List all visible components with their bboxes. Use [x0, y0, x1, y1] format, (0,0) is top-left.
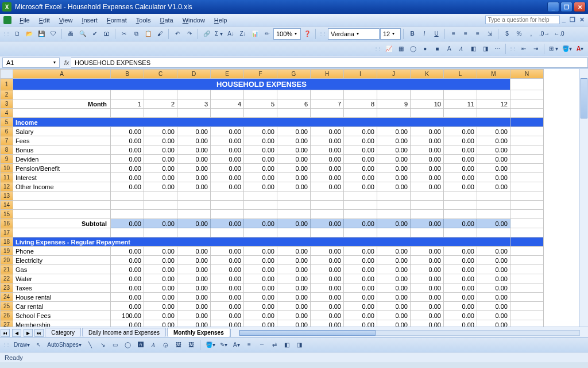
cell[interactable]: [510, 293, 544, 302]
cell[interactable]: 0.00: [177, 247, 211, 256]
cell[interactable]: [510, 90, 544, 99]
row-header-26[interactable]: 26: [1, 311, 13, 320]
undo-button[interactable]: ↶: [172, 28, 183, 40]
comma-button[interactable]: ,: [525, 28, 537, 40]
row-header-27[interactable]: 27: [1, 320, 13, 327]
cell[interactable]: 0.00: [344, 293, 377, 302]
cell[interactable]: 0.00: [377, 127, 411, 136]
cell[interactable]: [444, 228, 477, 237]
cell[interactable]: 0.00: [477, 127, 510, 136]
cell[interactable]: 0.00: [277, 274, 311, 283]
cell[interactable]: [111, 191, 144, 201]
cell[interactable]: 0.00: [177, 219, 211, 228]
chart-icon[interactable]: 📈: [383, 43, 394, 55]
underline-button[interactable]: U: [431, 28, 442, 40]
clipart-icon[interactable]: 🖼: [173, 339, 184, 351]
cell[interactable]: 0.00: [411, 302, 444, 311]
cell[interactable]: [177, 109, 211, 118]
forms-icon[interactable]: ▦: [395, 43, 407, 55]
cell[interactable]: 0.00: [177, 136, 211, 145]
cell[interactable]: 0.00: [477, 164, 510, 173]
cell[interactable]: 0.00: [144, 265, 177, 274]
row-header-22[interactable]: 22: [1, 274, 13, 283]
cell[interactable]: 0.00: [277, 320, 311, 327]
cell[interactable]: 0.00: [444, 293, 477, 302]
cell[interactable]: [211, 90, 244, 99]
cell[interactable]: 0.00: [111, 293, 144, 302]
cell[interactable]: 0.00: [411, 155, 444, 164]
cell[interactable]: 0.00: [377, 155, 411, 164]
cell[interactable]: 0.00: [477, 173, 510, 182]
align-right-button[interactable]: ≡: [472, 28, 483, 40]
cell[interactable]: 0.00: [211, 155, 244, 164]
cell[interactable]: [477, 90, 510, 99]
help-search[interactable]: [485, 16, 560, 24]
open-button[interactable]: 📂: [24, 28, 35, 40]
text-box-icon[interactable]: A: [443, 43, 455, 55]
cell[interactable]: 0.00: [411, 320, 444, 327]
new-doc-button[interactable]: 🗋: [11, 28, 23, 40]
cell[interactable]: 0.00: [444, 302, 477, 311]
row-header-18[interactable]: 18: [1, 237, 13, 247]
cell[interactable]: [411, 228, 444, 237]
cell[interactable]: 0.00: [111, 320, 144, 327]
cell[interactable]: [477, 228, 510, 237]
cell[interactable]: 0.00: [344, 302, 377, 311]
row-label[interactable]: Bonus: [13, 145, 111, 155]
cell[interactable]: 0.00: [277, 311, 311, 320]
menu-view[interactable]: View: [55, 16, 78, 25]
drawing-toggle-button[interactable]: ✏: [261, 28, 273, 40]
cell[interactable]: 0.00: [444, 127, 477, 136]
cell[interactable]: 0.00: [211, 219, 244, 228]
cell[interactable]: [344, 201, 377, 210]
cell[interactable]: 0.00: [244, 145, 277, 155]
cell[interactable]: 0.00: [311, 274, 344, 283]
format-painter-button[interactable]: 🖌: [154, 28, 166, 40]
cell[interactable]: 0.00: [311, 127, 344, 136]
col-header-J[interactable]: J: [377, 70, 411, 79]
cell[interactable]: [477, 109, 510, 118]
cell[interactable]: 0.00: [277, 155, 311, 164]
cell[interactable]: 0.00: [411, 173, 444, 182]
cell[interactable]: [277, 228, 311, 237]
row-header-15[interactable]: 15: [1, 210, 13, 219]
cell[interactable]: 0.00: [111, 247, 144, 256]
row-label[interactable]: Other Income: [13, 182, 111, 191]
cell[interactable]: [211, 201, 244, 210]
col-header-H[interactable]: H: [311, 70, 344, 79]
help-button[interactable]: ❓: [301, 28, 313, 40]
cell[interactable]: [277, 191, 311, 201]
cell[interactable]: [244, 90, 277, 99]
cell[interactable]: 0.00: [244, 293, 277, 302]
cell[interactable]: 0.00: [244, 219, 277, 228]
cell[interactable]: 0.00: [111, 145, 144, 155]
row-header-8[interactable]: 8: [1, 145, 13, 155]
merge-center-button[interactable]: ⇲: [484, 28, 496, 40]
row-header-2[interactable]: 2: [1, 90, 13, 99]
cell[interactable]: 0.00: [177, 311, 211, 320]
cell[interactable]: [144, 201, 177, 210]
cell[interactable]: 0.00: [177, 302, 211, 311]
cell[interactable]: 0.00: [377, 219, 411, 228]
cell[interactable]: [144, 228, 177, 237]
cell[interactable]: 0.00: [444, 320, 477, 327]
threed-icon[interactable]: ◨: [479, 43, 491, 55]
chart-wizard-button[interactable]: 📊: [249, 28, 261, 40]
cell[interactable]: [510, 320, 544, 327]
cell[interactable]: 0.00: [411, 145, 444, 155]
cell[interactable]: 0.00: [444, 311, 477, 320]
maximize-button[interactable]: ❐: [560, 2, 572, 12]
cell[interactable]: 0.00: [477, 302, 510, 311]
cell[interactable]: 0.00: [144, 320, 177, 327]
section-header[interactable]: Living Expenses - Regular Repayment: [13, 237, 510, 247]
cell[interactable]: [510, 191, 544, 201]
cell[interactable]: 0.00: [411, 219, 444, 228]
cell[interactable]: [344, 191, 377, 201]
cell[interactable]: 0.00: [177, 256, 211, 265]
cell[interactable]: 0.00: [444, 145, 477, 155]
cell[interactable]: 0.00: [444, 283, 477, 293]
cell[interactable]: 0.00: [411, 265, 444, 274]
cell[interactable]: 0.00: [111, 256, 144, 265]
cell[interactable]: 0.00: [111, 182, 144, 191]
cell[interactable]: [510, 164, 544, 173]
